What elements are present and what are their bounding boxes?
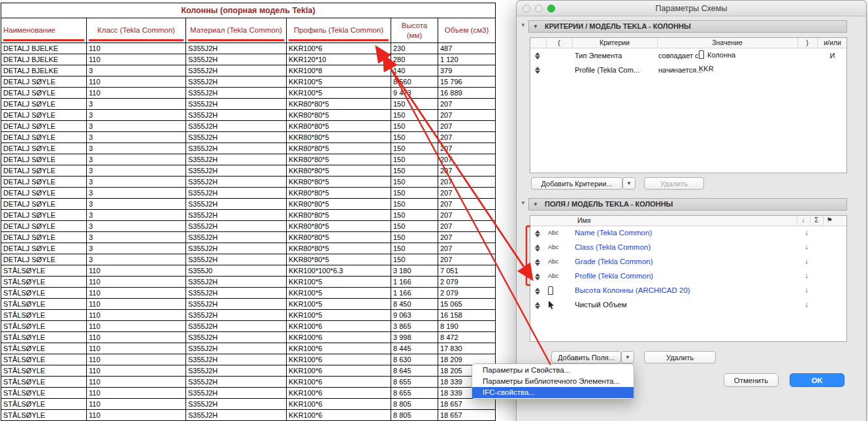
screen: Колонны (опорная модель Tekla) Наименова… <box>0 0 868 421</box>
add-criteria-button[interactable]: Добавить Критерии... <box>531 177 622 190</box>
criteria-operator[interactable]: начинается... <box>658 66 702 74</box>
table-cell: 8 655 <box>391 377 438 388</box>
flag-column-icon[interactable]: ⚑ <box>823 216 836 224</box>
window-controls <box>522 5 555 12</box>
table-cell: S355J2H <box>186 221 287 232</box>
collapse-fields-icon[interactable]: ▼ <box>521 201 526 206</box>
reorder-handle-icon[interactable] <box>535 52 541 60</box>
field-name[interactable]: Grade (Tekla Common) <box>575 258 653 265</box>
table-cell: KKR80*80*5 <box>287 165 391 177</box>
sort-arrow-icon[interactable]: ↓ <box>800 257 813 265</box>
zoom-window-button[interactable] <box>547 5 555 12</box>
table-cell: KKR80*80*5 <box>287 110 391 121</box>
reorder-handle-icon[interactable] <box>535 66 541 75</box>
table-cell: 207 <box>438 143 496 154</box>
sort-arrow-icon[interactable]: ↓ <box>800 286 813 294</box>
criteria-row[interactable]: Profile (Tekla Com...начинается...KKR <box>530 63 846 77</box>
field-row[interactable]: Высота Колонны (ARCHICAD 20)↓ <box>530 284 846 298</box>
reorder-handle-icon[interactable] <box>535 301 541 310</box>
field-row[interactable]: AbcClass (Tekla Common)↓ <box>530 241 846 255</box>
delete-criteria-button[interactable]: Удалить <box>644 177 704 190</box>
field-name[interactable]: Class (Tekla Common) <box>575 243 651 251</box>
close-button[interactable] <box>522 5 530 12</box>
criteria-name[interactable]: Тип Элемента <box>575 52 622 59</box>
reorder-handle-icon[interactable] <box>535 273 541 281</box>
sort-arrow-icon[interactable]: ↓ <box>800 228 813 236</box>
table-cell: 110 <box>87 310 186 321</box>
menu-item[interactable]: IFC-свойства... <box>472 387 634 398</box>
table-cell: 207 <box>438 99 496 110</box>
cancel-button[interactable]: Отменить <box>724 373 779 387</box>
table-cell: DETALJ SØYLE <box>1 199 87 210</box>
table-cell: DETALJ SØYLE <box>1 165 87 177</box>
criteria-value[interactable]: KKR <box>699 65 714 73</box>
table-cell: KKR100*6 <box>287 377 391 388</box>
add-criteria-dropdown-button[interactable]: ▼ <box>622 177 635 190</box>
table-cell: DETALJ SØYLE <box>1 76 87 88</box>
table-cell: 207 <box>438 254 496 265</box>
field-row[interactable]: Чистый Объем↓ <box>530 298 846 312</box>
table-cell: S355J2H <box>186 154 287 165</box>
fields-section-title: ПОЛЯ / МОДЕЛЬ TEKLA - КОЛОННЫ <box>545 200 673 208</box>
menu-item[interactable]: Параметры Библиотечного Элемента... <box>472 376 634 387</box>
table-cell: 207 <box>438 210 496 221</box>
column-header-label: Класс (Tekla Common) <box>97 26 175 34</box>
field-name[interactable]: Name (Tekla Common) <box>575 229 652 237</box>
table-cell: S355J2H <box>186 277 287 288</box>
add-fields-button[interactable]: Добавить Поля... <box>551 351 621 363</box>
sort-arrow-icon[interactable]: ↓ <box>800 271 813 279</box>
sort-arrow-icon[interactable]: ↓ <box>800 300 813 308</box>
table-row: DETALJ SØYLE3S355J2HKKR80*80*5150207 <box>1 99 496 110</box>
collapse-criteria-icon[interactable]: ▼ <box>521 23 526 28</box>
fields-name-column-header: Имя <box>577 216 590 224</box>
criteria-section-header[interactable]: ▼ КРИТЕРИИ / МОДЕЛЬ TEKLA - КОЛОННЫ <box>528 20 847 33</box>
criteria-andor[interactable]: И <box>817 52 848 59</box>
table-cell: KKR100*6 <box>287 321 391 332</box>
table-cell: 150 <box>391 232 438 243</box>
table-cell: S355J2H <box>186 299 287 310</box>
reorder-handle-icon[interactable] <box>535 287 541 295</box>
ok-button[interactable]: OK <box>790 373 844 387</box>
dialog-titlebar[interactable]: Параметры Схемы <box>517 1 866 16</box>
criteria-operator[interactable]: совпадает с <box>658 52 699 59</box>
table-cell: 8 805 <box>391 399 438 410</box>
table-row: DETALJ SØYLE3S355J2HKKR80*80*5150207 <box>1 143 496 154</box>
reorder-handle-icon[interactable] <box>535 244 541 252</box>
table-row: STÅLSØYLE110S355J2HKKR100*68 65518 339 <box>1 377 496 388</box>
field-name[interactable]: Высота Колонны (ARCHICAD 20) <box>575 286 690 294</box>
sort-arrow-icon[interactable]: ↓ <box>800 243 813 250</box>
column-icon <box>548 286 553 295</box>
menu-item[interactable]: Параметры и Свойства... <box>472 365 634 376</box>
reorder-handle-icon[interactable] <box>535 258 541 267</box>
table-cell: 8 472 <box>438 332 496 343</box>
table-cell: 15 065 <box>438 299 496 310</box>
table-cell: DETALJ BJELKE <box>1 54 87 65</box>
delete-fields-button[interactable]: Удалить <box>644 351 716 363</box>
table-cell: 3 <box>87 243 186 254</box>
table-cell: 150 <box>391 143 438 154</box>
table-cell: 110 <box>87 76 186 88</box>
field-name[interactable]: Чистый Объем <box>575 301 627 309</box>
field-name[interactable]: Profile (Tekla Common) <box>575 272 653 280</box>
sum-column-icon[interactable]: Σ <box>810 216 823 224</box>
add-fields-dropdown-button[interactable]: ▼ <box>621 351 634 363</box>
fields-section-header[interactable]: ▼ ПОЛЯ / МОДЕЛЬ TEKLA - КОЛОННЫ <box>528 198 847 210</box>
field-row[interactable]: AbcName (Tekla Common)↓ <box>530 226 846 241</box>
field-row[interactable]: AbcGrade (Tekla Common)↓ <box>530 255 846 269</box>
criteria-row[interactable]: Тип Элементасовпадает сКолоннаИ <box>530 48 846 63</box>
table-cell: 3 <box>87 143 186 154</box>
table-cell: 110 <box>87 365 186 377</box>
reorder-handle-icon[interactable] <box>535 229 541 238</box>
field-row[interactable]: AbcProfile (Tekla Common)↓ <box>530 269 846 284</box>
table-cell: DETALJ SØYLE <box>1 154 87 165</box>
table-row: DETALJ SØYLE3S355J2HKKR80*80*5150207 <box>1 243 496 254</box>
table-cell: S355J2H <box>186 343 287 354</box>
minimize-button[interactable] <box>535 5 543 12</box>
sort-column-icon[interactable]: ↓ <box>797 216 810 224</box>
table-cell: KKR100*100*6.3 <box>287 265 391 277</box>
criteria-name[interactable]: Profile (Tekla Com... <box>575 66 639 74</box>
table-cell: 110 <box>87 299 186 310</box>
criteria-value[interactable]: Колонна <box>699 50 735 59</box>
criteria-value-text: Колонна <box>707 51 735 59</box>
table-cell: 3 <box>87 121 186 132</box>
